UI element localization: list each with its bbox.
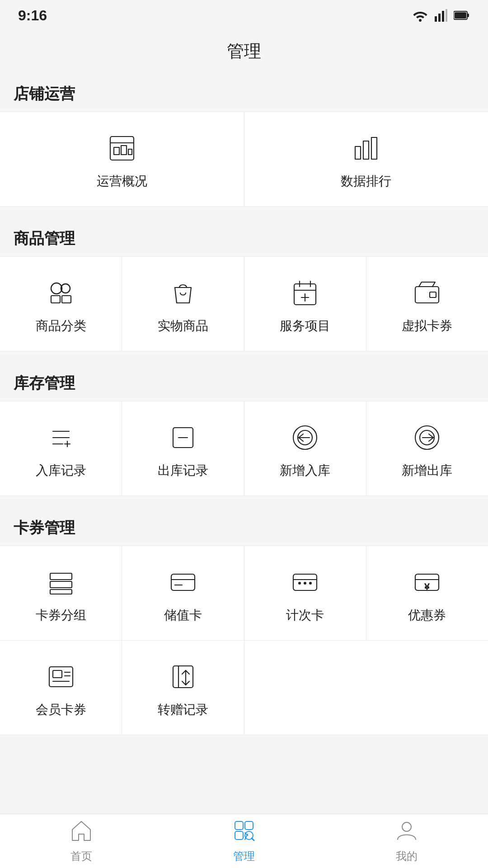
nav-label-home: 首页 bbox=[70, 849, 92, 863]
grid-inventory: 入库记录 出库记录 bbox=[0, 401, 488, 496]
item-service-item[interactable]: 服务项目 bbox=[244, 257, 366, 351]
svg-rect-2 bbox=[442, 11, 444, 22]
item-label: 会员卡券 bbox=[36, 701, 86, 718]
chart-image-icon bbox=[106, 132, 138, 165]
item-physical-product[interactable]: 实物商品 bbox=[122, 257, 244, 351]
calendar-plus-icon bbox=[289, 277, 321, 309]
svg-rect-9 bbox=[114, 147, 119, 155]
item-card-group[interactable]: 卡券分组 bbox=[0, 546, 122, 640]
svg-rect-59 bbox=[173, 666, 193, 688]
grid-card: 卡券分组 储值卡 bbox=[0, 546, 488, 735]
battery-icon bbox=[454, 10, 470, 20]
circle-arrow-right-icon bbox=[411, 421, 443, 454]
svg-point-47 bbox=[298, 582, 301, 585]
svg-line-67 bbox=[252, 838, 254, 840]
grid-row: 商品分类 实物商品 bbox=[0, 257, 488, 351]
wallet-icon bbox=[411, 277, 443, 309]
item-new-inbound[interactable]: 新增入库 bbox=[244, 401, 366, 495]
item-label: 储值卡 bbox=[164, 607, 202, 624]
grid-product: 商品分类 实物商品 bbox=[0, 256, 488, 351]
svg-rect-0 bbox=[435, 16, 437, 22]
svg-rect-1 bbox=[438, 14, 441, 22]
svg-rect-3 bbox=[446, 9, 447, 22]
item-operations-overview[interactable]: 运营概况 bbox=[0, 112, 244, 206]
svg-rect-18 bbox=[62, 296, 71, 303]
list-plus-icon bbox=[45, 421, 77, 454]
svg-rect-10 bbox=[121, 146, 127, 155]
wifi-icon bbox=[412, 9, 428, 22]
item-label: 虚拟卡券 bbox=[402, 317, 452, 335]
transfer-icon bbox=[167, 660, 199, 693]
grid-row: 入库记录 出库记录 bbox=[0, 401, 488, 495]
section-header-inventory: 库存管理 bbox=[0, 362, 488, 401]
item-gift-record[interactable]: 转赠记录 bbox=[122, 641, 244, 735]
nav-item-manage[interactable]: 管理 bbox=[163, 814, 325, 868]
item-virtual-card[interactable]: 虚拟卡券 bbox=[366, 257, 488, 351]
signal-icon bbox=[435, 9, 447, 22]
item-data-ranking[interactable]: 数据排行 bbox=[244, 112, 488, 206]
list-minus-icon bbox=[167, 421, 199, 454]
svg-rect-12 bbox=[355, 146, 361, 159]
page-title: 管理 bbox=[0, 27, 488, 73]
layers-icon bbox=[45, 566, 77, 599]
item-label: 新增入库 bbox=[280, 462, 330, 479]
svg-point-49 bbox=[309, 582, 312, 585]
section-card-management: 卡券管理 卡券分组 bbox=[0, 507, 488, 735]
svg-point-15 bbox=[51, 283, 62, 294]
svg-rect-17 bbox=[51, 296, 60, 303]
svg-text:¥: ¥ bbox=[424, 582, 430, 591]
shopping-bag-icon bbox=[167, 277, 199, 309]
grid-row: 卡券分组 储值卡 bbox=[0, 546, 488, 641]
nav-label-mine: 我的 bbox=[396, 849, 418, 863]
item-label: 服务项目 bbox=[280, 317, 330, 335]
item-label: 卡券分组 bbox=[36, 607, 86, 624]
section-header-card: 卡券管理 bbox=[0, 507, 488, 546]
svg-rect-65 bbox=[235, 831, 243, 840]
svg-point-48 bbox=[304, 582, 306, 585]
circle-arrow-left-icon bbox=[289, 421, 321, 454]
svg-rect-11 bbox=[128, 149, 132, 155]
bottom-nav: 首页 管理 我的 bbox=[0, 814, 488, 868]
status-icons bbox=[412, 9, 470, 22]
svg-rect-55 bbox=[53, 670, 62, 678]
home-icon bbox=[70, 819, 93, 845]
item-label: 新增出库 bbox=[402, 462, 452, 479]
credit-card-icon bbox=[167, 566, 199, 599]
item-inbound-record[interactable]: 入库记录 bbox=[0, 401, 122, 495]
item-label: 优惠券 bbox=[408, 607, 446, 624]
svg-rect-6 bbox=[455, 12, 466, 19]
section-header-product: 商品管理 bbox=[0, 217, 488, 256]
item-count-card[interactable]: 计次卡 bbox=[244, 546, 366, 640]
manage-icon bbox=[232, 819, 256, 845]
svg-rect-42 bbox=[50, 590, 72, 594]
item-new-outbound[interactable]: 新增出库 bbox=[366, 401, 488, 495]
nav-label-manage: 管理 bbox=[233, 849, 255, 863]
svg-rect-41 bbox=[50, 581, 72, 588]
nav-item-home[interactable]: 首页 bbox=[0, 814, 163, 868]
count-card-icon bbox=[289, 566, 321, 599]
item-coupon[interactable]: ¥ 优惠券 bbox=[366, 546, 488, 640]
nav-item-mine[interactable]: 我的 bbox=[325, 814, 488, 868]
svg-rect-40 bbox=[50, 573, 72, 580]
grid-row: 运营概况 数据排行 bbox=[0, 112, 488, 206]
section-inventory: 库存管理 入库记录 bbox=[0, 362, 488, 496]
svg-point-68 bbox=[402, 822, 411, 831]
content-area: 店铺运营 运营概况 bbox=[0, 73, 488, 794]
item-product-category[interactable]: 商品分类 bbox=[0, 257, 122, 351]
svg-rect-26 bbox=[430, 292, 436, 297]
category-icon bbox=[45, 277, 77, 309]
svg-rect-14 bbox=[371, 137, 377, 159]
item-outbound-record[interactable]: 出库记录 bbox=[122, 401, 244, 495]
item-label: 计次卡 bbox=[286, 607, 324, 624]
status-time: 9:16 bbox=[18, 7, 47, 24]
item-label: 转赠记录 bbox=[158, 701, 208, 718]
item-member-card[interactable]: 会员卡券 bbox=[0, 641, 122, 735]
item-stored-value-card[interactable]: 储值卡 bbox=[122, 546, 244, 640]
person-icon bbox=[395, 819, 418, 845]
svg-rect-13 bbox=[363, 141, 369, 159]
section-product-management: 商品管理 商品分类 bbox=[0, 217, 488, 351]
svg-rect-5 bbox=[467, 14, 469, 17]
coupon-icon: ¥ bbox=[411, 566, 443, 599]
svg-rect-64 bbox=[245, 821, 253, 830]
svg-rect-43 bbox=[171, 574, 195, 590]
